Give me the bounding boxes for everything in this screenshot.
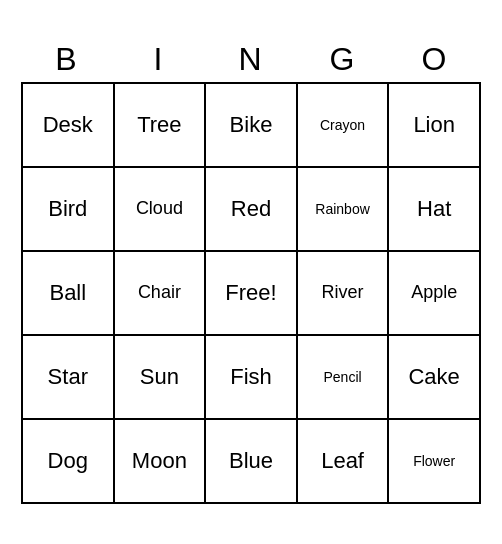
cell-text-0-0: Desk xyxy=(43,112,93,138)
bingo-row-1: BirdCloudRedRainbowHat xyxy=(23,168,479,252)
header-letter-b: B xyxy=(21,41,113,78)
cell-text-2-3: River xyxy=(322,282,364,303)
bingo-cell-0-3: Crayon xyxy=(298,84,390,166)
cell-text-2-2: Free! xyxy=(225,280,276,306)
cell-text-0-2: Bike xyxy=(230,112,273,138)
bingo-cell-1-0: Bird xyxy=(23,168,115,250)
bingo-cell-4-0: Dog xyxy=(23,420,115,502)
cell-text-0-1: Tree xyxy=(137,112,181,138)
cell-text-4-1: Moon xyxy=(132,448,187,474)
cell-text-3-3: Pencil xyxy=(324,369,362,385)
cell-text-1-1: Cloud xyxy=(136,198,183,219)
header-letter-i: I xyxy=(113,41,205,78)
bingo-cell-1-1: Cloud xyxy=(115,168,207,250)
cell-text-4-4: Flower xyxy=(413,453,455,469)
bingo-cell-4-3: Leaf xyxy=(298,420,390,502)
cell-text-4-3: Leaf xyxy=(321,448,364,474)
bingo-cell-4-1: Moon xyxy=(115,420,207,502)
bingo-row-0: DeskTreeBikeCrayonLion xyxy=(23,84,479,168)
bingo-cell-3-0: Star xyxy=(23,336,115,418)
bingo-cell-4-4: Flower xyxy=(389,420,479,502)
cell-text-1-3: Rainbow xyxy=(315,201,369,217)
cell-text-3-2: Fish xyxy=(230,364,272,390)
bingo-cell-2-2: Free! xyxy=(206,252,298,334)
bingo-row-3: StarSunFishPencilCake xyxy=(23,336,479,420)
cell-text-4-2: Blue xyxy=(229,448,273,474)
cell-text-1-0: Bird xyxy=(48,196,87,222)
bingo-cell-1-4: Hat xyxy=(389,168,479,250)
bingo-cell-1-3: Rainbow xyxy=(298,168,390,250)
cell-text-3-1: Sun xyxy=(140,364,179,390)
bingo-cell-2-0: Ball xyxy=(23,252,115,334)
bingo-grid: DeskTreeBikeCrayonLionBirdCloudRedRainbo… xyxy=(21,82,481,504)
cell-text-2-0: Ball xyxy=(49,280,86,306)
header-letter-o: O xyxy=(389,41,481,78)
bingo-cell-0-4: Lion xyxy=(389,84,479,166)
cell-text-2-1: Chair xyxy=(138,282,181,303)
bingo-cell-0-1: Tree xyxy=(115,84,207,166)
cell-text-0-4: Lion xyxy=(413,112,455,138)
bingo-cell-2-3: River xyxy=(298,252,390,334)
bingo-cell-4-2: Blue xyxy=(206,420,298,502)
bingo-row-2: BallChairFree!RiverApple xyxy=(23,252,479,336)
header-letter-n: N xyxy=(205,41,297,78)
cell-text-3-4: Cake xyxy=(408,364,459,390)
cell-text-1-2: Red xyxy=(231,196,271,222)
bingo-cell-3-4: Cake xyxy=(389,336,479,418)
bingo-cell-0-2: Bike xyxy=(206,84,298,166)
bingo-card: BINGO DeskTreeBikeCrayonLionBirdCloudRed… xyxy=(21,41,481,504)
bingo-cell-2-1: Chair xyxy=(115,252,207,334)
bingo-header: BINGO xyxy=(21,41,481,78)
bingo-cell-1-2: Red xyxy=(206,168,298,250)
cell-text-1-4: Hat xyxy=(417,196,451,222)
bingo-cell-2-4: Apple xyxy=(389,252,479,334)
bingo-row-4: DogMoonBlueLeafFlower xyxy=(23,420,479,502)
cell-text-0-3: Crayon xyxy=(320,117,365,133)
bingo-cell-3-3: Pencil xyxy=(298,336,390,418)
cell-text-4-0: Dog xyxy=(48,448,88,474)
cell-text-2-4: Apple xyxy=(411,282,457,303)
bingo-cell-0-0: Desk xyxy=(23,84,115,166)
bingo-cell-3-2: Fish xyxy=(206,336,298,418)
cell-text-3-0: Star xyxy=(48,364,88,390)
header-letter-g: G xyxy=(297,41,389,78)
bingo-cell-3-1: Sun xyxy=(115,336,207,418)
